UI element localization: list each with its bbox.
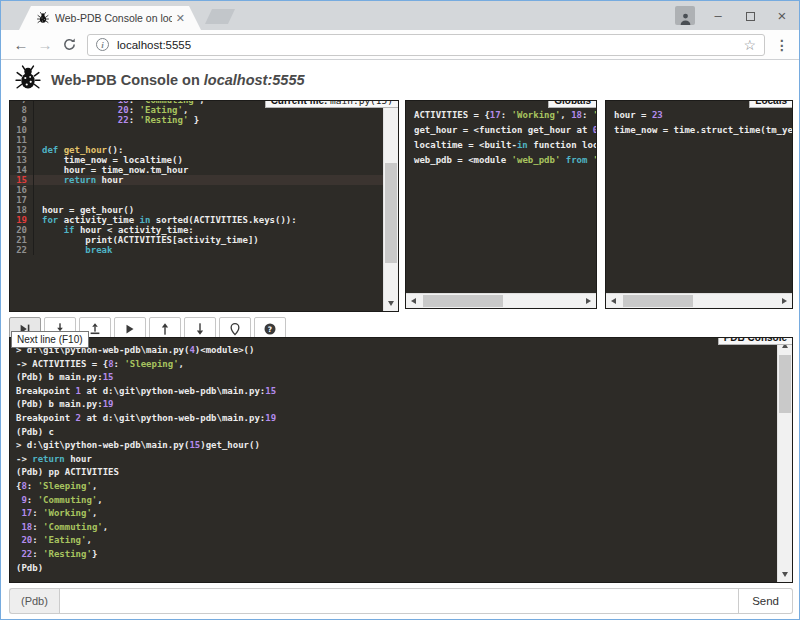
output-line: -> ACTIVITIES = {8: 'Sleeping', [16, 358, 771, 372]
code-line: 13 time_now = localtime() [10, 155, 383, 165]
scroll-down-button[interactable] [778, 567, 792, 582]
forward-button[interactable]: → [33, 36, 57, 53]
code-line: 11 [10, 135, 383, 145]
scrollbar-thumb[interactable] [623, 295, 693, 307]
output-line: web_pdb = <module 'web_pdb' from 'd: [414, 153, 588, 168]
locals-horizontal-scrollbar[interactable] [606, 293, 792, 308]
line-number[interactable]: 18 [10, 205, 34, 215]
output-line: -> return hour [16, 453, 771, 467]
line-text: time_now = time.struct_time(tm_year [614, 123, 793, 138]
browser-tab[interactable]: Web-PDB Console on loc ✕ [19, 6, 201, 30]
code-line: 21 print(ACTIVITIES[activity_time]) [10, 235, 383, 245]
console-vertical-scrollbar[interactable] [777, 338, 792, 582]
maximize-button[interactable] [741, 1, 759, 30]
line-text: hour = 23 [614, 108, 663, 123]
line-text: def get_hour(): [42, 145, 123, 155]
tab-title: Web-PDB Console on loc [55, 12, 172, 24]
line-number[interactable]: 22 [10, 245, 34, 255]
browser-menu-icon[interactable]: ⋮ [773, 37, 791, 53]
line-text: 9: 'Commuting', [16, 494, 103, 508]
back-button[interactable]: ← [9, 36, 33, 53]
line-text: return hour [42, 175, 123, 185]
output-line: {8: 'Sleeping', [16, 480, 771, 494]
reload-button[interactable] [57, 37, 81, 52]
scroll-down-button[interactable] [384, 296, 398, 311]
bookmark-star-icon[interactable]: ☆ [743, 37, 756, 53]
scrollbar-thumb[interactable] [779, 355, 791, 413]
output-line: 17: 'Working', [16, 507, 771, 521]
browser-tabstrip: Web-PDB Console on loc ✕ – × [1, 1, 799, 30]
tab-favicon-bug-icon [37, 12, 49, 24]
output-line: (Pdb) b main.py:19 [16, 398, 771, 412]
code-vertical-scrollbar[interactable] [383, 101, 398, 311]
line-text: 18: 'Commuting', [16, 521, 108, 535]
line-text: 20: 'Eating', [16, 534, 92, 548]
locals-label: Locals [749, 100, 793, 108]
tab-close-icon[interactable]: ✕ [176, 12, 185, 25]
page-header: Web-PDB Console on localhost:5555 [1, 62, 305, 98]
line-text: ACTIVITIES = {17: 'Working', 18: 'Commut… [414, 108, 597, 123]
line-number[interactable]: 13 [10, 155, 34, 165]
url-box[interactable]: i localhost:5555 ☆ [87, 34, 765, 56]
line-text: 22: 'Resting' } [42, 115, 199, 125]
globals-lines: ACTIVITIES = {17: 'Working', 18: 'Commut… [406, 101, 596, 175]
code-line: 19for activity_time in sorted(ACTIVITIES… [10, 215, 383, 225]
breakpoint-line-number[interactable]: 19 [10, 215, 34, 225]
output-line: 22: 'Resting'} [16, 548, 771, 562]
line-text: (Pdb) pp ACTIVITIES [16, 466, 119, 480]
send-button[interactable]: Send [739, 588, 793, 614]
scrollbar-thumb[interactable] [423, 295, 503, 307]
profile-button[interactable] [675, 6, 695, 25]
page-title: Web-PDB Console on localhost:5555 [51, 72, 305, 88]
scroll-left-button[interactable] [606, 294, 621, 308]
command-input[interactable] [59, 588, 739, 614]
new-tab-button[interactable] [205, 9, 235, 24]
locals-panel: Locals hour = 23time_now = time.struct_t… [605, 100, 793, 309]
scroll-right-button[interactable] [777, 294, 792, 308]
url-text[interactable]: localhost:5555 [117, 39, 743, 51]
address-bar: ← → i localhost:5555 ☆ ⋮ [1, 30, 799, 60]
line-number[interactable]: 11 [10, 135, 34, 145]
scroll-right-button[interactable] [581, 294, 596, 308]
output-line: Breakpoint 1 at d:\git\python-web-pdb\ma… [16, 385, 771, 399]
line-text: 17: 'Working', [16, 507, 97, 521]
scrollbar-thumb[interactable] [385, 163, 397, 263]
code-line: 12def get_hour(): [10, 145, 383, 155]
next-line-tooltip: Next line (F10) [11, 331, 89, 348]
line-text: if hour < activity_time: [42, 225, 194, 235]
code-lines: 7 18: 'Commuting',8 20: 'Eating',9 22: '… [10, 100, 383, 255]
output-line: get_hour = <function get_hour at 0x0000> [414, 123, 588, 138]
minimize-button[interactable]: – [709, 1, 727, 30]
line-number[interactable]: 21 [10, 235, 34, 245]
line-number[interactable]: 10 [10, 125, 34, 135]
browser-window: Web-PDB Console on loc ✕ – × ← → i local… [0, 0, 800, 620]
line-text: hour = get_hour() [42, 205, 134, 215]
web-pdb-page: Web-PDB Console on localhost:5555 Curren… [1, 60, 799, 618]
pdb-console-label: PDB Console [718, 337, 793, 345]
line-number[interactable]: 12 [10, 145, 34, 155]
line-number[interactable]: 17 [10, 195, 34, 205]
line-number[interactable]: 9 [10, 115, 34, 125]
line-number[interactable]: 8 [10, 105, 34, 115]
output-line: hour = 23 [614, 108, 784, 123]
output-line: ACTIVITIES = {17: 'Working', 18: 'Commut… [414, 108, 588, 123]
close-button[interactable]: × [773, 1, 791, 30]
current-file-panel: Current file: main.py(15) 7 18: 'Commuti… [9, 100, 399, 312]
line-number[interactable]: 20 [10, 225, 34, 235]
line-text: -> return hour [16, 453, 92, 467]
line-text: localtime = <built-in function localtime… [414, 138, 597, 153]
output-line: localtime = <built-in function localtime… [414, 138, 588, 153]
svg-text:?: ? [268, 325, 272, 334]
page-info-icon[interactable]: i [96, 38, 109, 51]
line-number[interactable]: 16 [10, 185, 34, 195]
console-output: > d:\git\python-web-pdb\main.py(4)<modul… [10, 338, 777, 575]
globals-horizontal-scrollbar[interactable] [406, 293, 596, 308]
line-number[interactable]: 14 [10, 165, 34, 175]
scroll-left-button[interactable] [406, 294, 421, 308]
code-line: 18hour = get_hour() [10, 205, 383, 215]
output-line: (Pdb) c [16, 426, 771, 440]
breakpoint-line-number[interactable]: 15 [10, 175, 34, 185]
code-line: 15 return hour [10, 175, 383, 185]
pdb-prompt-addon: (Pdb) [9, 588, 59, 614]
line-text: hour = time_now.tm_hour [42, 165, 188, 175]
